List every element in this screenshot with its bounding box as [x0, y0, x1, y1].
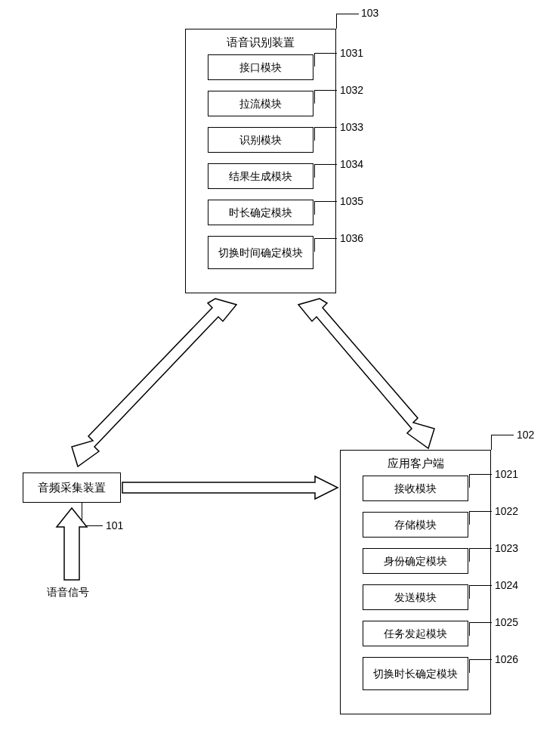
module-switch-time: 切换时间确定模块	[208, 236, 313, 269]
ref-1031: 1031	[340, 47, 363, 59]
module-duration: 时长确定模块	[208, 200, 313, 225]
ref-1036: 1036	[340, 232, 363, 244]
ref-1023: 1023	[495, 542, 518, 554]
module-recognition: 识别模块	[208, 127, 313, 153]
ref-1032: 1032	[340, 84, 363, 96]
module-pull-stream: 拉流模块	[208, 91, 313, 116]
module-send: 发送模块	[363, 584, 468, 610]
arrow-collector-to-client	[122, 476, 338, 499]
module-result-gen: 结果生成模块	[208, 163, 313, 189]
ref-102: 102	[517, 429, 534, 441]
ref-1021: 1021	[495, 468, 518, 480]
ref-101: 101	[106, 519, 123, 531]
module-receive: 接收模块	[363, 476, 468, 501]
module-task-init: 任务发起模块	[363, 621, 468, 646]
svg-marker-3	[298, 299, 434, 448]
svg-marker-2	[72, 299, 236, 466]
ref-103: 103	[361, 7, 378, 19]
arrow-client-recognizer	[298, 299, 434, 450]
ref-1026: 1026	[495, 653, 518, 665]
module-identity: 身份确定模块	[363, 548, 468, 574]
audio-collector-box: 音频采集装置	[23, 472, 121, 503]
leader-103	[336, 14, 359, 29]
ref-1033: 1033	[340, 121, 363, 133]
ref-1035: 1035	[340, 195, 363, 207]
ref-1025: 1025	[495, 616, 518, 628]
ref-1034: 1034	[340, 158, 363, 170]
arrow-signal-to-collector	[57, 508, 87, 580]
module-store: 存储模块	[363, 512, 468, 538]
app-client-box: 应用客户端 接收模块 存储模块 身份确定模块 发送模块 任务发起模块 切换时长确…	[340, 450, 491, 714]
speech-recognizer-box: 语音识别装置 接口模块 拉流模块 识别模块 结果生成模块 时长确定模块 切换时间…	[185, 29, 336, 293]
module-switch-duration: 切换时长确定模块	[363, 657, 468, 690]
app-client-title: 应用客户端	[341, 451, 490, 476]
arrow-collector-recognizer	[72, 299, 238, 469]
module-interface: 接口模块	[208, 54, 313, 80]
svg-marker-0	[57, 508, 87, 580]
ref-1022: 1022	[495, 505, 518, 517]
input-signal-label: 语音信号	[47, 586, 89, 600]
audio-collector-label: 音频采集装置	[38, 481, 106, 495]
ref-1024: 1024	[495, 579, 518, 591]
svg-marker-1	[122, 476, 338, 499]
speech-recognizer-title: 语音识别装置	[186, 29, 335, 54]
